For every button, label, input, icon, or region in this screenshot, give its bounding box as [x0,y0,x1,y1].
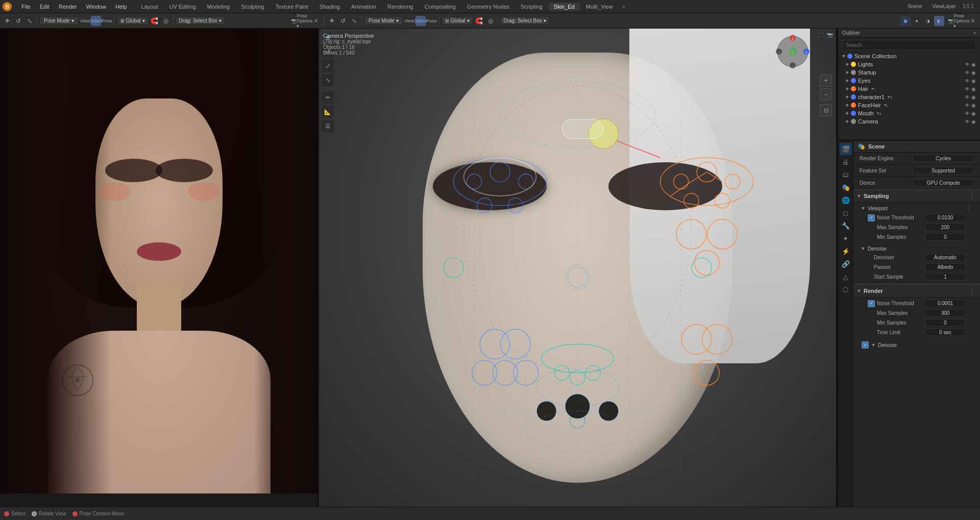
output-properties-icon[interactable]: 🖨 [840,156,852,168]
left-pose-options[interactable]: Pose Options ▾ [300,16,310,26]
outliner-item-lights[interactable]: Lights 👁 ◉ [838,60,980,68]
left-viewport[interactable] [0,29,319,507]
char1-render-btn[interactable]: ◉ [971,94,976,100]
eyes-eye-btn[interactable]: 👁 [965,78,970,84]
outliner-item-startup[interactable]: Startup 👁 ◉ [838,68,980,77]
right-view-btn[interactable]: View [404,16,414,26]
eyes-expand[interactable] [846,79,849,82]
outliner-filter[interactable]: ▾ [973,30,976,36]
right-select-btn[interactable]: Select [415,16,426,26]
hair-render-btn[interactable]: ◉ [971,86,976,92]
left-proportional[interactable]: ◎ [161,16,171,26]
mouth-render-btn[interactable]: ◉ [971,111,976,116]
menu-file[interactable]: File [17,3,35,11]
status-select[interactable]: Select [4,511,26,516]
startup-render-btn[interactable]: ◉ [971,70,976,76]
eyes-render-btn[interactable]: ◉ [971,78,976,84]
nav-widget[interactable]: Z X -Z -X Y [775,34,811,69]
modifier-properties-icon[interactable]: 🔧 [840,219,852,232]
scene-selector[interactable]: Scene [904,3,925,10]
outliner-item-camera[interactable]: Camera 👁 ◉ [838,117,980,126]
render-denoise-collapse[interactable] [872,344,875,346]
object-data-properties-icon[interactable]: △ [840,270,852,283]
left-scale-tool[interactable]: ⤡ [24,16,35,26]
tab-layout[interactable]: Layout [136,3,163,11]
menu-edit[interactable]: Edit [36,3,54,11]
device-selector[interactable]: GPU Compute [913,179,974,187]
zoom-out-btn[interactable]: − [820,88,832,101]
outliner-item-scene-collection[interactable]: Scene Collection [838,52,980,60]
left-global-orient[interactable]: ⊞ Global ▾ [117,16,149,25]
render-properties-icon[interactable]: 🎬 [840,143,852,155]
object-properties-icon[interactable]: ◻ [840,207,852,219]
lights-expand[interactable] [846,63,849,66]
render-engine-selector[interactable]: Cycles [913,155,974,162]
menu-window[interactable]: Window [82,3,110,11]
startup-eye-btn[interactable]: 👁 [965,70,970,76]
tab-skin-ed[interactable]: Skin_Ed [549,3,580,11]
tab-geometry-nodes[interactable]: Geometry Nodes [462,3,514,11]
render-denoise-checkbox[interactable] [862,341,869,349]
left-viewport-content[interactable] [0,29,318,493]
material-preview[interactable]: ◑ [923,16,933,26]
outliner-item-facehair[interactable]: FaceHair ▾₆ 👁 ◉ [838,101,980,109]
facehair-expand[interactable] [846,104,849,107]
viewport-camera-icon[interactable]: 📷 [826,31,834,39]
lights-eye-btn[interactable]: 👁 [965,62,970,67]
facehair-eye-btn[interactable]: 👁 [965,103,970,108]
passes-value[interactable]: Albedo [925,263,966,271]
tab-modeling[interactable]: Modeling [202,3,235,11]
facehair-render-btn[interactable]: ◉ [971,103,976,108]
zoom-in-btn[interactable]: + [820,75,832,87]
viewport-maximize[interactable]: ⛶ [817,31,825,39]
scene-properties-icon[interactable]: 🎭 [840,181,852,193]
right-global-orient[interactable]: ⊞ Global ▾ [442,16,473,25]
outliner-item-character1[interactable]: character1 ▾₃ 👁 ◉ [838,93,980,101]
camera-expand[interactable] [846,120,849,123]
rendered-preview[interactable]: ◐ [934,16,944,26]
render-noise-threshold-value[interactable]: 0.0001 [925,300,966,307]
physics-properties-icon[interactable]: ⚡ [840,245,852,257]
add-workspace-button[interactable]: + [619,3,628,11]
char1-eye-btn[interactable]: 👁 [965,94,970,100]
outliner-item-eyes[interactable]: Eyes 👁 ◉ [838,77,980,85]
left-select-btn[interactable]: Select [91,16,101,26]
startup-expand[interactable] [846,71,849,74]
world-properties-icon[interactable]: 🌐 [840,194,852,206]
right-scale-tool[interactable]: ⤡ [349,16,359,26]
view-layer-selector[interactable]: ViewLayer [928,3,960,10]
outliner-search-input[interactable] [842,40,976,50]
render-noise-threshold-checkbox[interactable] [868,300,875,307]
left-drag-select[interactable]: Drag: Select Box ▾ [176,16,225,25]
tab-texture-paint[interactable]: Texture Paint [270,3,313,11]
cycles-icon[interactable]: ◉ [900,16,911,26]
left-snap-btn[interactable]: 🧲 [150,16,160,26]
tab-compositing[interactable]: Compositing [420,3,461,11]
scene-collection-expand[interactable] [842,55,845,58]
tab-multi-view[interactable]: Multi_View [581,3,618,11]
right-drag-select[interactable]: Drag: Select Box ▾ [500,16,550,25]
left-rotate-tool[interactable]: ↺ [13,16,23,26]
outliner-item-mouth[interactable]: Mouth ▾₃ 👁 ◉ [838,109,980,117]
viewport-noise-threshold-value[interactable]: 0.0100 [925,214,966,221]
menu-help[interactable]: Help [111,3,131,11]
left-pose-mode[interactable]: Pose Mode ▾ [39,16,79,25]
char1-expand[interactable] [846,95,849,98]
mouth-eye-btn[interactable]: 👁 [965,111,970,116]
status-context-menu[interactable]: Pose Context Menu [72,511,125,516]
outliner-item-hair[interactable]: Hair ▾₇ 👁 ◉ [838,85,980,93]
pose-tool[interactable]: ☰ [321,119,334,133]
feature-set-selector[interactable]: Supported [913,167,974,175]
left-view-btn[interactable]: View [80,16,90,26]
tab-shading[interactable]: Shading [314,3,345,11]
frame-all-btn[interactable]: ⊡ [820,104,832,116]
sampling-section-header[interactable]: Sampling ⋮ [853,189,980,203]
camera-eye-btn[interactable]: 👁 [965,119,970,125]
viewport-max-samples-value[interactable]: 200 [925,224,966,231]
transform-tool-btn[interactable]: ⤢ [321,59,334,72]
camera-render-btn[interactable]: ◉ [971,119,976,125]
right-move-tool[interactable]: ✥ [327,16,337,26]
viewport-noise-threshold-checkbox[interactable] [868,214,875,221]
mouth-expand[interactable] [846,112,849,115]
render-section-header[interactable]: Render ⋮ [853,284,980,298]
